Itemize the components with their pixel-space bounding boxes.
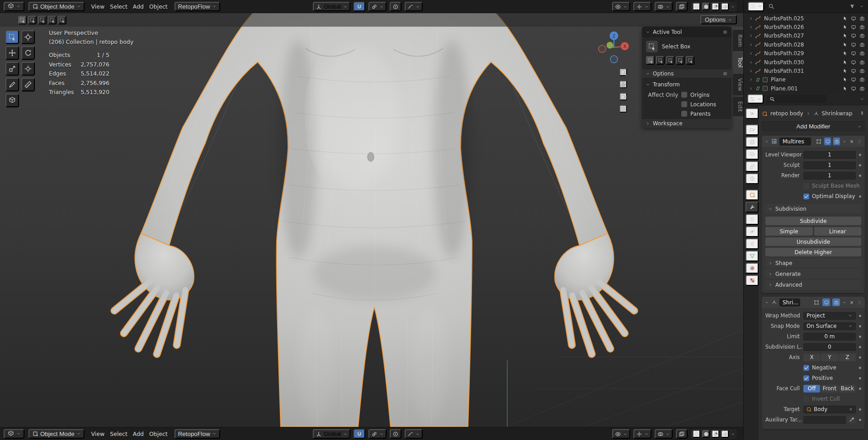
- close-icon[interactable]: [849, 139, 854, 144]
- panel-menu-icon[interactable]: [722, 29, 728, 35]
- properties-editor-type-button[interactable]: [747, 94, 764, 104]
- viewport-visibility-icon[interactable]: [851, 33, 856, 38]
- outliner-row-nurbspath-027[interactable]: NurbsPath.027: [744, 32, 868, 40]
- drag-grip-icon[interactable]: [857, 300, 862, 305]
- xray-toggle[interactable]: [676, 429, 688, 439]
- wrap-method-dropdown[interactable]: Project: [803, 312, 856, 320]
- animate-dot[interactable]: [859, 388, 861, 390]
- viewport-visibility-icon[interactable]: [851, 86, 856, 91]
- breadcrumb-modifier[interactable]: Shrinkwrap: [822, 110, 853, 117]
- chevron-right-icon[interactable]: [749, 43, 753, 47]
- tab-texture[interactable]: [745, 275, 759, 286]
- camera-view-button[interactable]: [619, 93, 627, 100]
- viewport-visibility-icon[interactable]: [851, 60, 856, 65]
- select-mode-extend-button[interactable]: [28, 16, 37, 24]
- tool-options-dropdown[interactable]: Options: [700, 15, 737, 24]
- tool-rotate[interactable]: [21, 46, 35, 60]
- tool-select-box[interactable]: [5, 30, 19, 44]
- animate-dot[interactable]: [859, 408, 861, 411]
- tool-cursor[interactable]: [21, 30, 35, 44]
- face-cull-front-button[interactable]: Front: [821, 385, 838, 393]
- tab-physics[interactable]: [745, 226, 759, 237]
- shading-rendered-button[interactable]: [721, 430, 729, 438]
- menu-object[interactable]: Object: [146, 3, 170, 10]
- chevron-right-icon[interactable]: [749, 86, 753, 91]
- modifier-name-field[interactable]: Multires: [779, 137, 811, 146]
- render-level-field[interactable]: 1: [803, 172, 856, 180]
- shape-section-header[interactable]: Shape: [765, 258, 861, 268]
- advanced-section-header[interactable]: Advanced: [765, 280, 861, 289]
- selectable-icon[interactable]: [842, 86, 848, 91]
- snap-settings-dropdown[interactable]: [368, 429, 387, 439]
- chevron-down-icon[interactable]: [860, 97, 864, 101]
- generate-section-header[interactable]: Generate: [765, 269, 861, 279]
- render-display-toggle[interactable]: [832, 298, 840, 306]
- multires-panel-header[interactable]: Multires: [762, 136, 865, 147]
- selectable-icon[interactable]: [842, 24, 848, 30]
- editor-type-button[interactable]: [4, 429, 24, 439]
- select-mode-invert-button[interactable]: [48, 16, 57, 24]
- options-section-header[interactable]: Options: [642, 69, 731, 78]
- menu-add[interactable]: Add: [130, 3, 146, 10]
- render-visibility-icon[interactable]: [859, 24, 865, 30]
- retopoflow-menu[interactable]: RetopoFlow: [175, 2, 220, 11]
- panel-select-mode-extend[interactable]: [656, 56, 665, 65]
- select-mode-intersect-button[interactable]: [58, 16, 66, 24]
- chevron-right-icon[interactable]: [749, 33, 753, 38]
- shading-material-button[interactable]: [712, 3, 719, 10]
- workspace-section-header[interactable]: Workspace: [642, 118, 731, 128]
- proportional-falloff-dropdown[interactable]: [405, 2, 423, 11]
- animate-dot[interactable]: [859, 315, 861, 317]
- animate-dot[interactable]: [859, 175, 861, 177]
- render-visibility-icon[interactable]: [859, 60, 865, 65]
- transform-subsection-header[interactable]: Transform: [642, 78, 731, 90]
- gizmo-y-ball[interactable]: [607, 42, 613, 49]
- face-cull-off-button[interactable]: Off: [803, 385, 820, 393]
- target-object-field[interactable]: Body: [803, 406, 856, 413]
- pan-button[interactable]: [619, 80, 627, 88]
- render-display-toggle[interactable]: [833, 137, 840, 145]
- sculpt-level-field[interactable]: 1: [803, 161, 856, 169]
- viewport-visibility-icon[interactable]: [851, 16, 856, 21]
- selectable-icon[interactable]: [842, 51, 848, 56]
- outliner-row-nurbspath-031[interactable]: NurbsPath.031: [744, 66, 868, 75]
- tab-render[interactable]: [745, 124, 759, 135]
- navigation-gizmo[interactable]: Z X: [595, 28, 633, 66]
- mode-dropdown[interactable]: Object Mode: [28, 2, 85, 11]
- render-visibility-icon[interactable]: [859, 77, 865, 82]
- snap-mode-dropdown[interactable]: On Surface: [803, 322, 856, 330]
- parents-checkbox[interactable]: [681, 111, 687, 117]
- modifier-name-field[interactable]: Shri...: [779, 298, 800, 307]
- outliner-row-plane-001[interactable]: Plane.001: [744, 84, 868, 93]
- tab-scene[interactable]: [745, 161, 759, 172]
- proportional-editing-toggle[interactable]: [390, 429, 401, 439]
- tab-object-data[interactable]: [745, 251, 759, 261]
- subdivide-button[interactable]: Subdivide: [765, 217, 861, 225]
- chevron-right-icon[interactable]: [749, 51, 753, 56]
- face-cull-back-button[interactable]: Back: [839, 385, 856, 393]
- panel-select-mode-invert[interactable]: [676, 56, 684, 65]
- viewport-visibility-icon[interactable]: [851, 68, 856, 74]
- active-tool-icon-tile[interactable]: [646, 41, 658, 52]
- animate-dot[interactable]: [859, 164, 861, 166]
- tab-tool[interactable]: [745, 108, 759, 119]
- animate-dot[interactable]: [859, 419, 861, 421]
- axis-y-button[interactable]: Y: [821, 354, 838, 361]
- tool-scale[interactable]: [5, 62, 19, 76]
- selectable-icon[interactable]: [842, 33, 848, 38]
- tab-world[interactable]: [745, 173, 759, 184]
- animate-dot[interactable]: [859, 195, 861, 198]
- sidebar-tab-tool[interactable]: Tool: [733, 52, 743, 72]
- menu-select[interactable]: Select: [107, 3, 130, 10]
- chevron-down-icon[interactable]: [731, 432, 735, 436]
- pin-icon[interactable]: [859, 111, 865, 116]
- tab-view-layer[interactable]: [745, 149, 759, 160]
- animate-dot[interactable]: [859, 336, 861, 338]
- viewport-visibility-icon[interactable]: [851, 77, 856, 82]
- tab-particles[interactable]: [745, 214, 759, 225]
- snap-toggle[interactable]: [354, 2, 365, 11]
- drag-grip-icon[interactable]: [857, 139, 862, 144]
- close-icon[interactable]: [849, 300, 854, 305]
- subdivision-levels-field[interactable]: 0: [803, 343, 856, 351]
- animate-dot[interactable]: [859, 154, 861, 156]
